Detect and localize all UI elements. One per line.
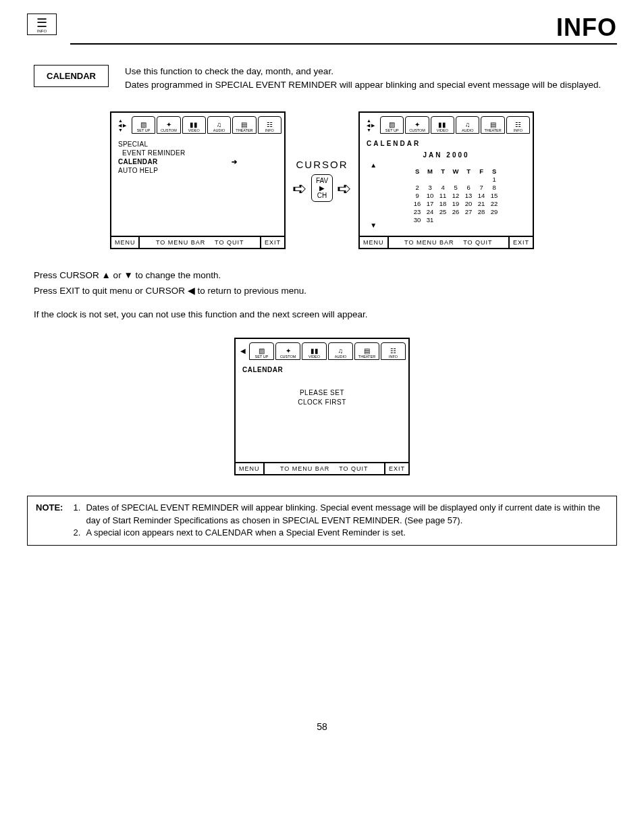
cal-week-row: 1: [411, 175, 501, 183]
cal-day-cell[interactable]: 30: [411, 215, 424, 224]
menu-item-event-reminder[interactable]: EVENT REMINDER: [118, 149, 277, 157]
cal-dow-cell: W: [450, 167, 462, 175]
cal-day-cell: [488, 215, 501, 224]
cal-day-cell[interactable]: 11: [437, 191, 450, 199]
cal-day-cell[interactable]: 20: [462, 199, 475, 207]
note-box: NOTE: 1. Dates of SPECIAL EVENT REMINDER…: [27, 496, 617, 546]
cal-day-cell[interactable]: 18: [437, 199, 450, 207]
tab-video[interactable]: ▮▮VIDEO: [182, 116, 206, 134]
screen-footer: MENU TO MENU BAR TO QUIT EXIT: [111, 236, 284, 248]
cal-day-cell[interactable]: 23: [411, 207, 424, 215]
cal-day-cell[interactable]: 27: [462, 207, 475, 215]
tab-setup[interactable]: ▧SET UP: [132, 116, 155, 134]
tab-info[interactable]: ☷INFO: [258, 116, 281, 134]
tab-audio[interactable]: ♫AUDIO: [328, 342, 353, 360]
menu-item-special[interactable]: SPECIAL: [118, 140, 277, 149]
cal-day-cell[interactable]: 12: [450, 191, 462, 199]
cal-day-cell[interactable]: 4: [437, 183, 450, 191]
tab-setup[interactable]: ▧SET UP: [380, 116, 404, 134]
cal-day-cell[interactable]: 15: [488, 191, 501, 199]
cal-day-cell[interactable]: 16: [411, 199, 424, 207]
menu-list: SPECIAL EVENT REMINDER CALENDAR➔ AUTO HE…: [118, 140, 277, 175]
cal-day-cell[interactable]: 19: [450, 199, 462, 207]
note-2-text: A special icon appears next to CALENDAR …: [86, 527, 608, 540]
tab-video[interactable]: ▮▮VIDEO: [302, 342, 327, 360]
cal-week-row: 9101112131415: [411, 191, 501, 199]
nav-left-icon: ◀: [238, 342, 248, 360]
favch-button[interactable]: FAV ▶ CH: [311, 174, 333, 202]
month-down-arrow[interactable]: ▼: [370, 221, 377, 229]
cal-day-cell[interactable]: 14: [475, 191, 488, 199]
tab-video[interactable]: ▮▮VIDEO: [431, 116, 454, 134]
footer-exit[interactable]: EXIT: [508, 237, 533, 248]
tab-theater[interactable]: ▤THEATER: [232, 116, 256, 134]
footer-exit[interactable]: EXIT: [260, 237, 284, 248]
month-up-arrow[interactable]: ▲: [370, 161, 377, 169]
intro-line2: Dates programmed in SPECIAL EVENT REMIND…: [125, 80, 601, 90]
info-icon-label: INFO: [37, 29, 47, 33]
cal-day-cell[interactable]: 31: [424, 215, 437, 224]
tab-audio[interactable]: ♫AUDIO: [456, 116, 479, 134]
footer-menu[interactable]: MENU: [236, 463, 263, 474]
intro-line1: Use this function to check the day, mont…: [125, 66, 333, 76]
footer-exit[interactable]: EXIT: [384, 463, 408, 474]
note-1-num: 1.: [68, 502, 80, 527]
cal-day-cell[interactable]: 22: [488, 199, 501, 207]
screen-calendar: ▲◀ ▶▼ ▧SET UP ✦CUSTOM ▮▮VIDEO ♫AUDIO ▤TH…: [358, 111, 534, 249]
page-header: ☰ INFO INFO: [27, 14, 617, 45]
cal-day-cell[interactable]: 24: [424, 207, 437, 215]
screen-footer-2: MENU TO MENU BAR TO QUIT EXIT: [360, 236, 533, 248]
cal-day-cell[interactable]: 13: [462, 191, 475, 199]
tab-info[interactable]: ☷INFO: [381, 342, 406, 360]
cal-day-cell[interactable]: 7: [475, 183, 488, 191]
cal-day-cell[interactable]: 28: [475, 207, 488, 215]
cal-day-cell: [462, 215, 475, 224]
cal-day-cell[interactable]: 1: [488, 175, 501, 183]
tab-custom[interactable]: ✦CUSTOM: [405, 116, 429, 134]
cal-day-cell[interactable]: 29: [488, 207, 501, 215]
month-nav-arrows: ▲ ▼: [367, 161, 380, 229]
arrow-into-icon: ➪: [292, 180, 307, 197]
cal-day-cell[interactable]: 9: [411, 191, 424, 199]
cal-day-cell[interactable]: 25: [437, 207, 450, 215]
tab-info[interactable]: ☷INFO: [506, 116, 530, 134]
cal-day-cell[interactable]: 3: [424, 183, 437, 191]
calendar-heading: CALENDAR: [242, 366, 402, 373]
cal-day-cell: [462, 175, 475, 183]
cursor-label: CURSOR: [296, 159, 348, 170]
tab-theater[interactable]: ▤THEATER: [481, 116, 504, 134]
tab-theater[interactable]: ▤THEATER: [354, 342, 379, 360]
calendar-heading: CALENDAR: [367, 140, 526, 147]
tab-audio[interactable]: ♫AUDIO: [207, 116, 231, 134]
section-label: CALENDAR: [34, 65, 109, 87]
page-title: INFO: [70, 14, 617, 45]
cal-day-cell[interactable]: 6: [462, 183, 475, 191]
cal-day-cell[interactable]: 26: [450, 207, 462, 215]
cal-day-cell[interactable]: 8: [488, 183, 501, 191]
cal-day-cell[interactable]: 2: [411, 183, 424, 191]
instruction-exit: Press EXIT to quit menu or CURSOR ◀ to r…: [34, 285, 617, 298]
tab-custom[interactable]: ✦CUSTOM: [275, 342, 300, 360]
cal-day-cell: [437, 215, 450, 224]
arrow-right-icon: ➔: [232, 158, 237, 165]
footer-to-menu-bar: TO MENU BAR TO QUIT: [263, 463, 384, 474]
cal-week-row: 16171819202122: [411, 199, 501, 207]
tab-custom[interactable]: ✦CUSTOM: [157, 116, 180, 134]
cal-day-cell[interactable]: 5: [450, 183, 462, 191]
footer-to-menu-bar: TO MENU BAR TO QUIT: [138, 237, 259, 248]
cal-day-cell[interactable]: 21: [475, 199, 488, 207]
menu-item-auto-help[interactable]: AUTO HELP: [118, 166, 277, 175]
menu-item-calendar[interactable]: CALENDAR➔: [118, 157, 277, 166]
cal-day-cell[interactable]: 17: [424, 199, 437, 207]
tab-setup[interactable]: ▧SET UP: [249, 342, 274, 360]
footer-to-menu-bar: TO MENU BAR TO QUIT: [387, 237, 508, 248]
clock-warning-message: PLEASE SET CLOCK FIRST: [242, 388, 402, 407]
screen-clock-warning-wrap: ◀ ▧SET UP ✦CUSTOM ▮▮VIDEO ♫AUDIO ▤THEATE…: [27, 338, 617, 475]
cal-day-cell[interactable]: 10: [424, 191, 437, 199]
tab-strip-3: ◀ ▧SET UP ✦CUSTOM ▮▮VIDEO ♫AUDIO ▤THEATE…: [236, 339, 408, 361]
calendar-grid: SMTWTFS 12345678910111213141516171819202…: [411, 167, 501, 224]
note-label: NOTE:: [36, 502, 63, 527]
footer-menu[interactable]: MENU: [360, 237, 387, 248]
arrow-out-icon: ➪: [337, 180, 352, 197]
footer-menu[interactable]: MENU: [111, 237, 139, 248]
